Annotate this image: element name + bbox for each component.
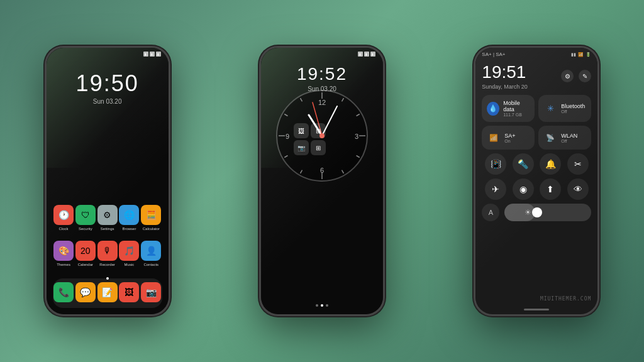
auto-label: A xyxy=(489,209,493,216)
control-buttons-row2: ✈ ◉ ⬆ 👁 xyxy=(475,178,597,200)
flashlight-btn[interactable]: 🔦 xyxy=(513,153,534,175)
tile-wlan[interactable]: 📡 WLAN Off xyxy=(538,126,591,150)
settings-icon-btn[interactable]: ⚙ xyxy=(561,70,574,82)
svg-text:6: 6 xyxy=(320,167,324,174)
app-contacts[interactable]: 👤 Contacts xyxy=(140,241,162,266)
app-clock[interactable]: 🕐 Clock xyxy=(53,205,75,231)
app-row-1: 🕐 Clock 🛡 Security ⚙ Settings 🌐 Browser … xyxy=(53,205,162,231)
quick-tiles-grid: 💧 Mobile data 111.7 GB ✳ Bluetooth Off 📶… xyxy=(475,95,597,150)
app-calc-icon: 🧮 xyxy=(141,205,161,225)
analog-clock-container: 12 3 6 9 🖼 ⊞ 📷 ⊞ xyxy=(275,89,369,183)
brightness-slider[interactable]: ☀ xyxy=(504,204,591,221)
phone3-status-bar: SA+ | SA+ ▮▮ 📶 🔋 xyxy=(475,48,597,60)
phone3-clock-time: 19:51 xyxy=(482,62,527,82)
phone2-clock-date: Sun 03.20 xyxy=(261,85,383,92)
phone2-dots xyxy=(261,304,383,307)
tile-signal[interactable]: 📶 SA+ On xyxy=(482,126,535,150)
wifi-icon: ▮ xyxy=(150,52,155,57)
app-settings[interactable]: ⚙ Settings xyxy=(96,205,118,231)
phone1-dock: 📞 💬 📝 🖼 📷 xyxy=(53,278,162,308)
dock-notes[interactable]: 📝 xyxy=(96,282,118,304)
phone1-status-bar: ▮ ▮ ▮ xyxy=(47,48,169,58)
home-indicator[interactable] xyxy=(524,309,549,310)
battery-icon: ▮ xyxy=(156,52,161,57)
tile-mobile-data-text: Mobile data 111.7 GB xyxy=(503,100,530,117)
dot-p2-1 xyxy=(316,304,318,307)
airplane-btn[interactable]: ✈ xyxy=(485,178,506,200)
widget-icon-4: ⊞ xyxy=(311,140,326,155)
dock-camera[interactable]: 📷 xyxy=(140,282,162,304)
dock-phone[interactable]: 📞 xyxy=(53,282,75,304)
app-themes[interactable]: 🎨 Themes xyxy=(53,241,75,266)
location-btn[interactable]: ⬆ xyxy=(540,178,561,200)
phone2-clock-digital: 19:52 Sun 03.20 xyxy=(261,64,383,92)
app-calendar[interactable]: 20 Calendar xyxy=(74,241,96,266)
tile-bt-title: Bluetooth xyxy=(561,103,585,109)
edit-icon-btn[interactable]: ✎ xyxy=(579,70,591,82)
eye-comfort-btn[interactable]: 👁 xyxy=(567,178,589,200)
phone2-screen: ▮ ▮ ▮ 19:52 Sun 03.20 xyxy=(261,48,383,314)
bluetooth-icon: ✳ xyxy=(543,102,557,116)
app-recorder[interactable]: 🎙 Recorder xyxy=(96,241,118,266)
svg-text:12: 12 xyxy=(318,99,326,106)
vibrate-btn[interactable]: 📳 xyxy=(485,153,506,175)
tile-wlan-text: WLAN Off xyxy=(561,133,577,143)
tile-bluetooth[interactable]: ✳ Bluetooth Off xyxy=(538,95,591,122)
tile-bt-sub: Off xyxy=(561,109,585,114)
phone2-clock-time: 19:52 xyxy=(261,64,383,84)
phone2-wifi-icon: ▮ xyxy=(364,52,369,57)
app-row-2: 🎨 Themes 20 Calendar 🎙 Recorder 🎵 Music … xyxy=(53,241,162,266)
app-clock-icon: 🕐 xyxy=(53,205,74,225)
phone2-status-icons: ▮ ▮ ▮ xyxy=(358,52,375,57)
brightness-fill: ☀ xyxy=(504,204,535,221)
app-security-label: Security xyxy=(79,227,92,231)
widget-icons: 🖼 ⊞ 📷 ⊞ xyxy=(294,123,326,155)
phone-1: ▮ ▮ ▮ 19:50 Sun 03.20 🕐 Clock 🛡 Security xyxy=(45,46,170,316)
app-calculator[interactable]: 🧮 Calculator xyxy=(140,205,162,231)
auto-label-btn[interactable]: A xyxy=(482,204,499,221)
app-settings-icon: ⚙ xyxy=(97,205,118,225)
app-security[interactable]: 🛡 Security xyxy=(74,205,96,231)
auto-brightness-btn[interactable]: ◉ xyxy=(513,178,534,200)
phone2-battery-icon: ▮ xyxy=(370,52,375,57)
phone3-status-icons: ▮▮ 📶 🔋 xyxy=(571,52,591,57)
signal-tile-icon: 📶 xyxy=(487,131,501,145)
app-calendar-label: Calendar xyxy=(78,263,93,266)
tile-wlan-title: WLAN xyxy=(561,133,577,139)
brightness-handle[interactable] xyxy=(532,207,542,217)
app-browser[interactable]: 🌐 Browser xyxy=(118,205,140,231)
screenshot-btn[interactable]: ✂ xyxy=(567,153,589,175)
tile-signal-text: SA+ On xyxy=(504,133,515,143)
dock-notes-icon: 📝 xyxy=(97,282,118,302)
app-music[interactable]: 🎵 Music xyxy=(118,241,140,266)
app-recorder-icon: 🎙 xyxy=(97,241,118,261)
dot-p2-3 xyxy=(326,304,328,307)
dock-message[interactable]: 💬 xyxy=(74,282,96,304)
app-recorder-label: Recorder xyxy=(99,263,115,266)
widget-icon-1: 🖼 xyxy=(294,123,309,138)
phone2-status-bar: ▮ ▮ ▮ xyxy=(261,48,383,58)
phone3-screen: SA+ | SA+ ▮▮ 📶 🔋 19:51 Sunday, March 20 … xyxy=(475,48,597,314)
phone1-clock-time: 19:50 xyxy=(47,70,169,97)
tile-mobile-data[interactable]: 💧 Mobile data 111.7 GB xyxy=(482,95,535,122)
app-security-icon: 🛡 xyxy=(75,205,96,225)
phone3-clock-date: Sunday, March 20 xyxy=(482,84,527,90)
phone1-app-grid: 🕐 Clock 🛡 Security ⚙ Settings 🌐 Browser … xyxy=(47,205,169,277)
phone1-clock: 19:50 Sun 03.20 xyxy=(47,70,169,105)
dock-message-icon: 💬 xyxy=(75,282,96,302)
phone3-header: 19:51 Sunday, March 20 ⚙ ✎ xyxy=(475,60,597,95)
app-settings-label: Settings xyxy=(101,227,114,231)
phone3-battery-icon: 🔋 xyxy=(586,52,591,57)
phone-2: ▮ ▮ ▮ 19:52 Sun 03.20 xyxy=(259,46,385,316)
tile-signal-title: SA+ xyxy=(504,133,515,139)
bell-btn[interactable]: 🔔 xyxy=(540,153,561,175)
phone1-clock-date: Sun 03.20 xyxy=(47,98,169,105)
phone1-screen: ▮ ▮ ▮ 19:50 Sun 03.20 🕐 Clock 🛡 Security xyxy=(47,48,169,314)
dot-p2-2 xyxy=(321,304,323,307)
app-contacts-icon: 👤 xyxy=(141,241,161,261)
brightness-sun-icon: ☀ xyxy=(525,208,531,217)
tile-wlan-sub: Off xyxy=(561,139,577,143)
app-clock-label: Clock xyxy=(59,227,69,231)
app-themes-icon: 🎨 xyxy=(53,241,74,261)
dock-gallery[interactable]: 🖼 xyxy=(118,282,140,304)
